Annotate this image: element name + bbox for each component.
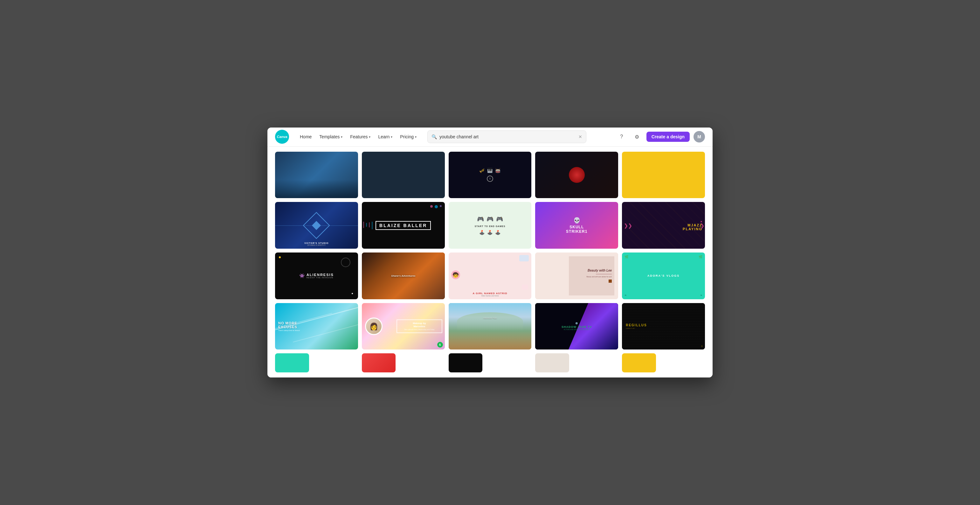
template-card-fitness[interactable]: NO MOREEXCUSES There's always time for f…	[275, 303, 358, 350]
regillus-text: REGILLUS	[626, 323, 647, 327]
nav-features[interactable]: Features ▾	[347, 132, 374, 141]
beauty-title: Beauty with Lee	[588, 269, 612, 272]
create-design-button[interactable]: Create a design	[646, 132, 690, 142]
template-card-alien[interactable]: 👾 ALIENRESIS RESIST THE INVASION	[275, 253, 358, 299]
template-card-music[interactable]: 🎺 🎹 🥁 $	[449, 152, 531, 198]
template-card-regillus[interactable]: REGILLUS GAMEPLAY ⊕	[622, 303, 705, 350]
skull-icon: 💀	[573, 217, 580, 224]
nature-text: Adventure Trips	[483, 317, 497, 319]
nav-home[interactable]: Home	[297, 132, 315, 141]
regillus-sub: GAMEPLAY	[626, 328, 647, 329]
template-card-makeup[interactable]: 👩 Makeup byMarceline New uploads every W…	[362, 303, 445, 350]
navbar-right: ? ⚙ Create a design M	[616, 131, 705, 142]
help-button[interactable]: ?	[616, 131, 627, 142]
alien-logo: 👾 ALIENRESIS RESIST THE INVASION	[299, 273, 334, 279]
nav-pricing[interactable]: Pricing ▾	[397, 132, 420, 141]
avatar[interactable]: M	[694, 131, 705, 142]
nav-learn[interactable]: Learn ▾	[375, 132, 396, 141]
browser-window: Canva Home Templates ▾ Features ▾ Learn …	[267, 127, 713, 378]
clear-icon[interactable]: ✕	[578, 134, 582, 139]
template-card-dark-bottom[interactable]	[449, 353, 483, 373]
learn-chevron: ▾	[391, 135, 392, 139]
template-card-red-bottom[interactable]	[362, 353, 396, 373]
search-input[interactable]	[439, 134, 576, 139]
template-card-dark-red[interactable]	[535, 152, 618, 198]
games-title: START TO END GAMES	[475, 225, 506, 227]
fitness-subtitle: There's always time for fitness!	[278, 330, 300, 331]
beauty-subtitle: Beauty and self-care advice for you!	[586, 276, 612, 278]
template-card-adventure[interactable]: Shane's Adventures	[362, 253, 445, 299]
template-card-beauty[interactable]: Beauty with Lee Beauty and self-care adv…	[535, 253, 618, 299]
makeup-title: Makeup byMarceline	[399, 322, 439, 328]
shadow-sub: ACTION AND ADVENTURE GAMES	[562, 328, 592, 330]
skull-text: SKULLSTRIKER1	[566, 225, 587, 233]
templates-chevron: ▾	[341, 135, 342, 139]
template-card-adora[interactable]: 🌿 🌿 ADORA'S VLOGS ❧ ❧	[622, 253, 705, 299]
navbar: Canva Home Templates ▾ Features ▾ Learn …	[267, 127, 713, 147]
features-chevron: ▾	[369, 135, 371, 139]
template-card-shadow[interactable]: ⚙️ SHADOW JADE TV ACTION AND ADVENTURE G…	[535, 303, 618, 350]
template-card-blaize[interactable]: BLAIZE BALLER	[362, 202, 445, 249]
content-area: 🎺 🎹 🥁 $	[267, 147, 713, 378]
adora-text: ADORA'S VLOGS	[648, 274, 679, 277]
nav-templates[interactable]: Templates ▾	[316, 132, 346, 141]
gamepad-icons: 🎮 🎮 🎮	[476, 214, 504, 224]
games-content: 🎮 🎮 🎮 START TO END GAMES 🕹️ 🕹️ 🕹️	[475, 214, 506, 236]
search-bar: 🔍 ✕	[427, 131, 586, 143]
help-icon: ?	[620, 134, 623, 140]
template-card-teal-bottom[interactable]	[275, 353, 309, 373]
template-card-skull[interactable]: 💀 SKULLSTRIKER1	[535, 202, 618, 249]
settings-icon: ⚙	[635, 134, 639, 140]
template-card-mjazz[interactable]: ✕ MJAZZPLAYING ❯❯ ❯	[622, 202, 705, 249]
skull-content: 💀 SKULLSTRIKER1	[566, 217, 587, 233]
template-card-yellow-bottom[interactable]	[622, 353, 656, 373]
search-icon: 🔍	[431, 134, 437, 139]
logo-text: Canva	[277, 135, 287, 139]
template-card-astrid[interactable]: A GIRL NAMED ASTRID Video Games and Anim…	[449, 253, 531, 299]
pricing-chevron: ▾	[415, 135, 417, 139]
templates-grid: 🎺 🎹 🥁 $	[275, 152, 705, 373]
shadow-text: SHADOW JADE TV	[562, 325, 592, 328]
fitness-title: NO MOREEXCUSES	[278, 321, 300, 329]
settings-button[interactable]: ⚙	[631, 131, 643, 142]
nav-links: Home Templates ▾ Features ▾ Learn ▾ Pric…	[297, 132, 420, 141]
template-card-games[interactable]: 🎮 🎮 🎮 START TO END GAMES 🕹️ 🕹️ 🕹️	[449, 202, 531, 249]
template-card-ocean[interactable]	[275, 152, 358, 198]
makeup-subtitle: New uploads every Wednesday and Friday	[399, 329, 439, 331]
template-card-light-bottom[interactable]	[535, 353, 569, 373]
template-card-yellow[interactable]	[622, 152, 705, 198]
template-card-dark-teal[interactable]	[362, 152, 445, 198]
premium-badge: $	[437, 342, 443, 347]
canva-logo[interactable]: Canva	[275, 130, 289, 144]
template-card-nature[interactable]: Adventure Trips	[449, 303, 531, 350]
template-card-diamond[interactable]: VICTOR'S STUDIO Wyoming is worth it	[275, 202, 358, 249]
